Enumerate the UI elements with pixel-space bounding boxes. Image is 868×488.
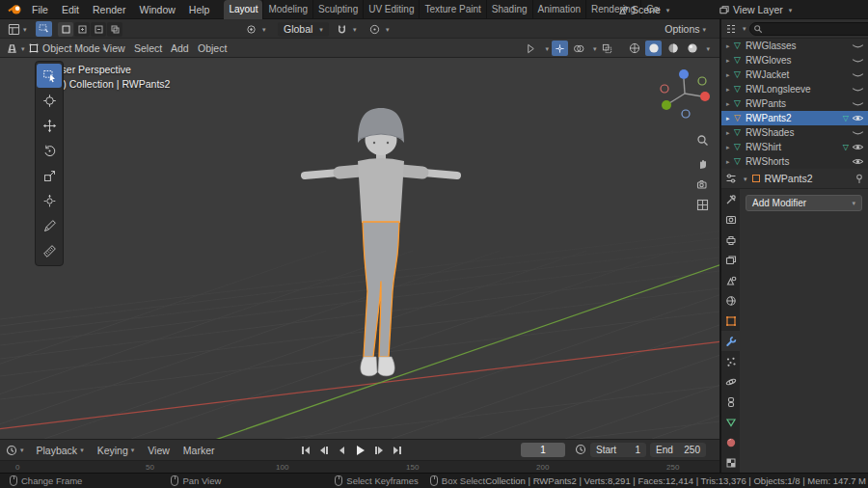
viewport-3d[interactable]: User Perspective (1) Collection | RWPant… [0,58,719,439]
pan-hand-icon[interactable] [693,154,711,172]
tool-rotate[interactable] [37,139,62,163]
properties-tab-data-icon[interactable] [721,412,740,432]
blender-logo-icon[interactable] [6,2,23,17]
workspace-tab[interactable]: Shading [486,0,532,19]
view-layer-selector[interactable]: View Layer ▾ [719,0,792,19]
outliner-search-input[interactable] [749,22,868,36]
properties-tab-material-icon[interactable] [721,432,740,452]
play-button[interactable] [352,443,368,457]
jump-to-start-button[interactable] [297,443,313,457]
xray-toggle-icon[interactable] [599,41,615,56]
disclosure-icon[interactable]: ▸ [726,42,734,50]
properties-tab-scene-icon[interactable] [721,270,740,290]
timeline-menu-keying[interactable]: Keying▾ [91,441,142,460]
disclosure-icon[interactable]: ▸ [726,100,734,108]
eye-open-icon[interactable] [852,114,864,122]
object-visibility-icon[interactable] [523,41,539,56]
select-mode-invert-button[interactable] [107,22,122,37]
select-mode-subtract-button[interactable] [91,22,106,37]
disclosure-icon[interactable]: ▸ [726,158,734,166]
add-modifier-button[interactable]: Add Modifier ▾ [746,195,862,211]
scene-selector[interactable]: Scene ▾ [617,0,669,19]
disclosure-icon[interactable]: ▸ [726,57,734,65]
properties-editor-icon[interactable] [725,173,737,184]
tool-move[interactable] [37,114,62,138]
prev-keyframe-button[interactable] [315,443,332,457]
eye-closed-icon[interactable] [852,70,864,79]
tool-annotate[interactable] [37,214,62,238]
outliner-row[interactable]: ▸ ▽ RWShirt ▽ [721,140,868,154]
eye-closed-icon[interactable] [852,85,864,94]
disclosure-icon[interactable]: ▸ [726,115,734,122]
editor-type-button[interactable]: ▾ [2,19,33,39]
disclosure-icon[interactable]: ▸ [726,129,734,137]
outliner-row[interactable]: ▸ ▽ RWPants ▽ [721,96,868,111]
workspace-tab[interactable]: UV Editing [363,0,419,19]
active-tool-button[interactable] [36,21,52,37]
viewport-editor-type-button[interactable]: ▾ [2,39,29,58]
snap-toggle-button[interactable]: ▾ [334,22,357,38]
transform-orientation-dropdown[interactable]: Global ▾ [278,22,329,37]
outliner-row[interactable]: ▸ ▽ RWShades ▽ [721,125,868,140]
frame-start-field[interactable]: Start 1 [590,443,646,457]
viewport-menu-object[interactable]: Object [191,39,233,58]
workspace-tab[interactable]: Animation [532,0,585,19]
eye-closed-icon[interactable] [852,99,864,108]
frame-end-field[interactable]: End 250 [650,443,706,457]
options-dropdown[interactable]: Options ▾ [665,19,706,39]
play-reverse-button[interactable] [334,443,350,457]
menu-edit[interactable]: Edit [55,0,86,19]
tool-scale[interactable] [37,164,62,188]
properties-tab-particles-icon[interactable] [721,351,740,371]
shading-wireframe-icon[interactable] [626,41,642,56]
shading-material-icon[interactable] [665,41,681,56]
select-mode-set-button[interactable] [58,22,73,37]
proportional-edit-button[interactable]: ▾ [366,22,390,38]
current-frame-field[interactable]: 1 [521,443,565,457]
workspace-tab[interactable]: Modeling [262,0,312,19]
menu-file[interactable]: File [25,0,55,19]
disclosure-icon[interactable]: ▸ [726,71,734,79]
outliner-row[interactable]: ▸ ▽ RWLongsleeve ▽ [721,82,868,96]
next-keyframe-button[interactable] [370,443,387,457]
shading-rendered-icon[interactable] [684,41,700,56]
properties-tab-world-icon[interactable] [721,290,740,311]
eye-open-icon[interactable] [852,157,864,166]
tool-transform[interactable] [37,189,62,213]
tool-cursor[interactable] [37,89,62,113]
outliner-row[interactable]: ▸ ▽ RWShorts ▽ [721,154,868,169]
menu-window[interactable]: Window [132,0,181,19]
outliner-row[interactable]: ▸ ▽ RWGloves ▽ [721,53,868,68]
overlays-toggle-icon[interactable] [571,41,587,56]
workspace-tab[interactable]: Layout [224,0,262,19]
outliner-row[interactable]: ▸ ▽ RWPants2 ▽ [721,111,868,125]
properties-tab-object-icon[interactable] [721,311,740,331]
viewport-menu-select[interactable]: Select [127,39,169,58]
properties-tab-tool-icon[interactable] [721,189,740,209]
properties-tab-constraints-icon[interactable] [721,392,740,412]
timeline-menu-view[interactable]: View [141,441,176,460]
jump-to-end-button[interactable] [389,443,405,457]
tool-select-box[interactable] [37,64,62,88]
shading-solid-icon[interactable] [645,41,662,56]
select-mode-extend-button[interactable] [74,22,90,37]
properties-tab-modifiers-icon[interactable] [721,331,740,351]
workspace-tab[interactable]: Sculpting [312,0,363,19]
timeline-menu-playback[interactable]: Playback▾ [30,441,91,460]
outliner-row[interactable]: ▸ ▽ RWJacket ▽ [721,68,868,82]
disclosure-icon[interactable]: ▸ [726,144,734,151]
properties-tab-view-layer-icon[interactable] [721,250,740,270]
properties-tab-texture-icon[interactable] [721,452,740,473]
eye-closed-icon[interactable] [852,56,864,65]
perspective-toggle-icon[interactable] [693,196,711,213]
zoom-icon[interactable] [693,131,711,149]
timeline-menu-marker[interactable]: Marker [176,441,222,460]
outliner-editor-icon[interactable] [725,23,737,35]
eye-closed-icon[interactable] [852,128,864,137]
outliner-row[interactable]: ▸ ▽ RWGlasses ▽ [721,39,868,53]
eye-closed-icon[interactable] [852,41,864,50]
menu-help[interactable]: Help [182,0,217,19]
camera-view-icon[interactable] [693,176,711,193]
workspace-tab[interactable]: Texture Paint [419,0,485,19]
menu-render[interactable]: Render [86,0,132,19]
